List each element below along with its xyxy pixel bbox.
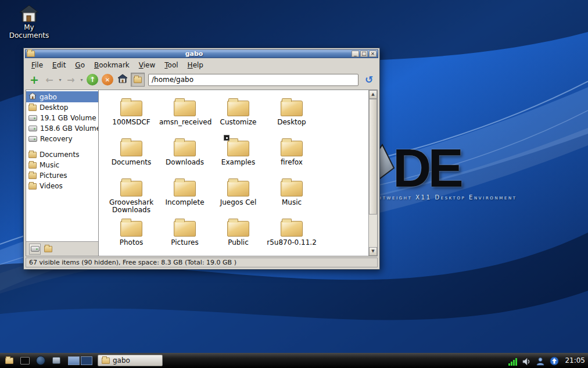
folder-icon bbox=[281, 221, 303, 237]
menu-view[interactable]: View bbox=[134, 60, 160, 70]
forward-icon: → bbox=[67, 74, 74, 85]
folder-icon bbox=[174, 181, 196, 196]
folder-icon bbox=[281, 101, 303, 116]
file-item[interactable]: amsn_received bbox=[158, 97, 211, 137]
pager-desktop-1[interactable] bbox=[68, 356, 80, 365]
folder-icon bbox=[120, 181, 142, 196]
sidebar-item-label: gabo bbox=[40, 93, 57, 101]
logo-text: DE bbox=[393, 143, 460, 193]
sidebar-item-label: 158.6 GB Volume bbox=[40, 124, 99, 133]
file-item[interactable]: 100MSDCF bbox=[105, 97, 158, 137]
home-button[interactable] bbox=[116, 73, 130, 87]
up-button[interactable]: ↑ bbox=[85, 73, 99, 87]
stop-button[interactable]: ✕ bbox=[101, 73, 114, 87]
folder-shortcut-button[interactable] bbox=[131, 73, 145, 87]
menu-file[interactable]: File bbox=[27, 60, 48, 70]
file-item[interactable]: r5u870-0.11.2 bbox=[265, 217, 318, 256]
folder-icon bbox=[28, 162, 37, 169]
folder-icon bbox=[174, 221, 196, 237]
folder-icon bbox=[281, 141, 303, 156]
folder-icon bbox=[5, 358, 13, 364]
side-pane-toolbar bbox=[26, 241, 98, 256]
scroll-up-button[interactable]: ▲ bbox=[369, 90, 377, 99]
close-button[interactable]: × bbox=[369, 51, 377, 57]
folder-icon bbox=[102, 358, 110, 364]
file-item[interactable]: firefox bbox=[265, 137, 318, 177]
file-item[interactable]: Examples bbox=[211, 137, 265, 177]
file-manager-window: gabo _ □ × File Edit Go Bookmark View To… bbox=[23, 48, 380, 270]
folder-icon bbox=[227, 181, 249, 196]
sidebar-item-documents[interactable]: Documents bbox=[26, 149, 98, 160]
pager-desktop-2[interactable] bbox=[81, 356, 92, 365]
menu-bookmark[interactable]: Bookmark bbox=[89, 60, 134, 70]
file-item[interactable]: Grooveshark Downloads bbox=[105, 177, 158, 217]
maximize-button[interactable]: □ bbox=[360, 51, 368, 57]
sidebar-item-recovery[interactable]: Recovery bbox=[26, 134, 98, 144]
folder-icon bbox=[120, 101, 142, 116]
go-button[interactable]: ↻ bbox=[362, 73, 376, 87]
home-icon bbox=[28, 92, 37, 101]
folder-icon[interactable] bbox=[44, 246, 52, 252]
sidebar-item-volume-19gb[interactable]: 19.1 GB Volume bbox=[26, 113, 98, 123]
file-manager-launcher[interactable] bbox=[3, 355, 16, 366]
file-item[interactable]: Incomplete bbox=[158, 177, 211, 217]
back-button[interactable]: ← bbox=[42, 73, 56, 87]
folder-icon bbox=[281, 181, 303, 196]
file-item[interactable]: Photos bbox=[105, 217, 158, 256]
file-item[interactable]: Pictures bbox=[158, 217, 211, 256]
sidebar-item-label: Desktop bbox=[40, 103, 69, 112]
vertical-scrollbar[interactable]: ▲ ▼ bbox=[368, 90, 377, 256]
sidebar-item-videos[interactable]: Videos bbox=[26, 181, 98, 191]
desktop-icon-my-documents[interactable]: My Documents bbox=[8, 5, 50, 40]
forward-history-dropdown[interactable]: ▾ bbox=[79, 73, 84, 87]
file-item[interactable]: Documents bbox=[105, 137, 158, 177]
window-icon bbox=[27, 51, 35, 57]
address-bar-input[interactable] bbox=[148, 74, 358, 86]
app-launcher[interactable] bbox=[50, 355, 63, 366]
drive-icon bbox=[31, 246, 40, 252]
menu-tool[interactable]: Tool bbox=[160, 60, 182, 70]
back-history-dropdown[interactable]: ▾ bbox=[58, 73, 63, 87]
file-item[interactable]: Juegos Cel bbox=[211, 177, 265, 217]
menu-bar: File Edit Go Bookmark View Tool Help bbox=[25, 58, 378, 72]
menu-go[interactable]: Go bbox=[70, 60, 89, 70]
file-view[interactable]: 100MSDCF amsn_received Customize Desktop bbox=[99, 90, 368, 256]
sidebar-item-label: 19.1 GB Volume bbox=[40, 114, 96, 122]
forward-button[interactable]: → bbox=[64, 73, 78, 87]
scroll-down-button[interactable]: ▼ bbox=[369, 247, 377, 256]
file-item[interactable]: Public bbox=[211, 217, 265, 256]
toolbar: + ← ▾ → ▾ ↑ ✕ ↻ bbox=[25, 72, 378, 90]
sidebar-item-desktop[interactable]: Desktop bbox=[26, 102, 98, 113]
file-item[interactable]: Desktop bbox=[265, 97, 318, 137]
menu-help[interactable]: Help bbox=[183, 60, 208, 70]
terminal-launcher[interactable] bbox=[19, 355, 31, 366]
file-item[interactable]: Customize bbox=[211, 97, 265, 137]
task-button-label: gabo bbox=[113, 356, 130, 365]
folder-icon bbox=[120, 141, 142, 156]
volume-icon[interactable] bbox=[521, 355, 532, 366]
task-button-gabo[interactable]: gabo bbox=[98, 355, 163, 366]
menu-edit[interactable]: Edit bbox=[48, 60, 70, 70]
clock[interactable]: 21:05 bbox=[565, 356, 585, 365]
sidebar-item-volume-158gb[interactable]: 158.6 GB Volume bbox=[26, 123, 98, 134]
window-titlebar[interactable]: gabo _ □ × bbox=[25, 49, 378, 58]
system-tray: 21:05 bbox=[507, 355, 585, 366]
scrollbar-thumb[interactable] bbox=[369, 99, 377, 215]
scrollbar-track[interactable] bbox=[369, 99, 377, 247]
desktop-pager bbox=[68, 356, 92, 365]
updater-icon[interactable] bbox=[549, 355, 560, 366]
home-icon bbox=[8, 5, 50, 22]
file-item[interactable]: Music bbox=[265, 177, 318, 217]
minimize-button[interactable]: _ bbox=[352, 51, 359, 57]
file-item[interactable]: Downloads bbox=[158, 137, 211, 177]
network-monitor-icon[interactable] bbox=[507, 355, 518, 366]
show-volumes-button[interactable] bbox=[29, 244, 41, 255]
side-pane: gabo Desktop 19.1 GB Volume 158.6 GB Vol… bbox=[26, 90, 99, 256]
sidebar-item-gabo[interactable]: gabo bbox=[26, 91, 98, 102]
sidebar-item-pictures[interactable]: Pictures bbox=[26, 170, 98, 181]
sidebar-item-music[interactable]: Music bbox=[26, 160, 98, 170]
user-switcher-icon[interactable] bbox=[535, 355, 546, 366]
new-tab-button[interactable]: + bbox=[27, 73, 41, 87]
browser-launcher[interactable] bbox=[34, 355, 47, 366]
sidebar-separator bbox=[26, 144, 98, 149]
